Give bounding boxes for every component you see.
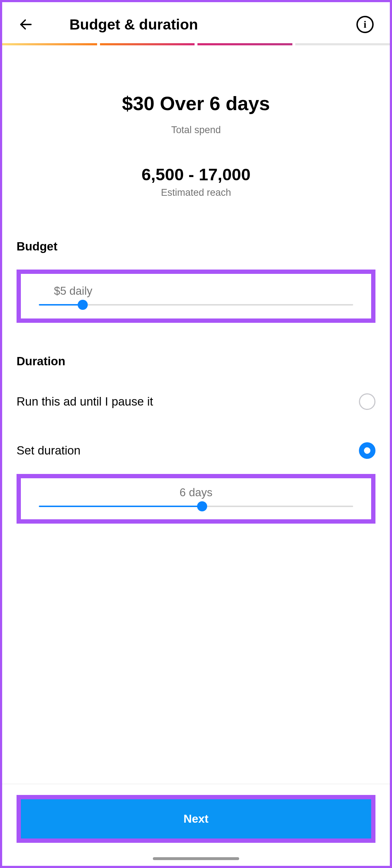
duration-section-label: Duration [17,354,375,368]
progress-step-4 [295,43,390,45]
progress-step-3 [197,43,292,45]
next-button[interactable]: Next [21,799,371,838]
duration-option-set-label: Set duration [17,444,81,457]
budget-slider-container: $5 daily [17,270,375,323]
budget-slider-thumb[interactable] [78,300,88,310]
next-button-highlight: Next [17,795,375,843]
duration-option-pause-label: Run this ad until I pause it [17,395,153,408]
budget-section-label: Budget [17,240,375,253]
duration-slider[interactable] [39,506,353,507]
duration-slider-label: 6 days [39,486,353,499]
budget-slider-label: $5 daily [54,285,353,298]
duration-slider-thumb[interactable] [197,501,207,511]
summary-headline: $30 Over 6 days [17,92,375,114]
progress-step-1 [2,43,97,45]
reach-label: Estimated reach [17,187,375,198]
duration-option-set[interactable]: Set duration [17,442,375,459]
duration-option-pause[interactable]: Run this ad until I pause it [17,393,375,410]
home-indicator[interactable] [153,857,239,860]
back-arrow-icon[interactable] [18,17,33,32]
budget-slider[interactable] [39,304,353,306]
duration-slider-container: 6 days [17,474,375,524]
footer: Next [2,784,390,866]
main-content: $30 Over 6 days Total spend 6,500 - 17,0… [2,45,390,524]
duration-slider-fill [39,506,202,507]
summary-sublabel: Total spend [17,125,375,136]
header: Budget & duration i [2,2,390,43]
budget-slider-fill [39,304,83,306]
radio-selected-icon [359,442,375,459]
reach-value: 6,500 - 17,000 [17,164,375,184]
page-title: Budget & duration [69,16,198,33]
progress-step-2 [100,43,195,45]
radio-unselected-icon [359,393,375,410]
info-icon[interactable]: i [356,16,374,33]
